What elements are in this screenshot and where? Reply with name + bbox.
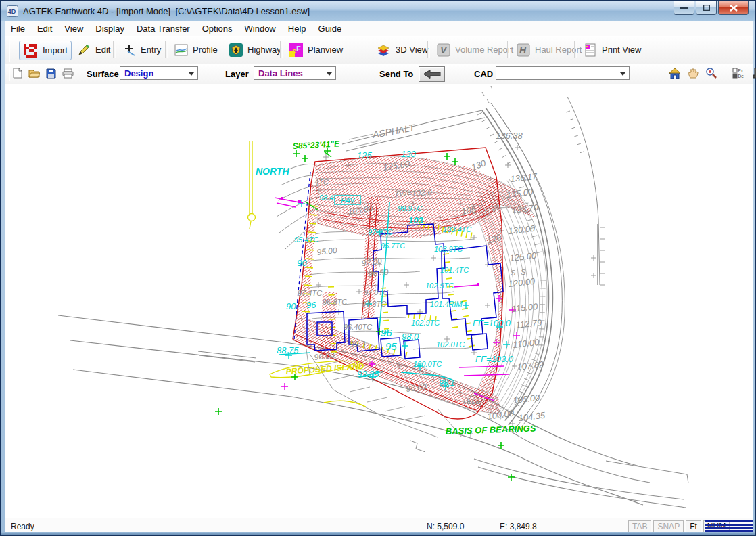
northing-readout: N: 5,509.0 (427, 522, 464, 531)
print-icon (62, 69, 74, 81)
cad-label: 98.1 (439, 378, 454, 388)
cad-label: S (511, 269, 516, 277)
app-window: 4D AGTEK Earthwork 4D - [Import Mode] [C… (0, 0, 756, 536)
print-button[interactable] (62, 68, 74, 81)
import-grid-icon (23, 43, 38, 58)
toolbar-button-entry[interactable]: Entry (119, 41, 164, 59)
open-button[interactable] (28, 68, 40, 81)
window-title: AGTEK Earthwork 4D - [Import Mode] [C:\A… (23, 6, 310, 16)
toolbar-button-label: Import (43, 45, 68, 55)
minimize-button[interactable] (674, 1, 694, 15)
toolbar-button-3d-view[interactable]: 3D View (373, 41, 431, 59)
cad-label: 96 (306, 300, 316, 310)
cad-label: CAD (474, 69, 493, 79)
menu-item-data-transfer[interactable]: Data Transfer (131, 22, 196, 36)
menu-item-view[interactable]: View (58, 22, 89, 36)
toolbar-grip[interactable] (7, 67, 10, 81)
menu-item-edit[interactable]: Edit (31, 22, 58, 36)
home-button[interactable] (669, 68, 681, 82)
layer-combobox[interactable]: Data Lines (254, 66, 336, 80)
layer-label: Layer (225, 69, 249, 79)
status-toggle-snap[interactable]: SNAP (653, 520, 684, 533)
toolbar-separator (367, 41, 369, 58)
pan-button[interactable] (687, 67, 699, 82)
cad-canvas[interactable]: ASPHALTS85°23'41"ENORTH125130136.38125.0… (5, 84, 753, 518)
cad-label: 102.9TC (425, 282, 454, 290)
cad-label: 101.4RIM (430, 300, 463, 308)
toolbar-button-profile[interactable]: Profile (171, 41, 221, 59)
cad-label: 96 (381, 327, 392, 338)
svg-text:De: De (738, 74, 745, 79)
toolbar-separator (113, 41, 116, 58)
toolbar-button-label: Volume Report (455, 45, 513, 55)
close-button[interactable] (718, 1, 749, 15)
toolbar-button-highway[interactable]: Highway (226, 41, 285, 59)
menu-item-help[interactable]: Help (282, 22, 312, 36)
cad-label: 88.75 (277, 345, 299, 355)
menu-item-options[interactable]: Options (196, 22, 239, 36)
menu-item-file[interactable]: File (5, 22, 31, 36)
cad-label: 97.0TC (364, 288, 388, 296)
cad-label: 99.9TC (398, 204, 422, 213)
toolbar-button-label: Highway (247, 45, 281, 55)
toolbar-button-import[interactable]: Import (19, 41, 72, 60)
crosshair-icon (122, 43, 136, 57)
restore-button[interactable] (696, 1, 717, 15)
toolbar-button-print-view[interactable]: Print View (580, 41, 644, 59)
save-button[interactable] (46, 68, 56, 81)
cad-label: 95.4TC (294, 236, 318, 244)
cad-label: 98.4 (319, 194, 333, 202)
resize-grip[interactable] (705, 520, 753, 533)
pencil-icon (77, 43, 91, 57)
main-toolbar: ImportEditEntryProfileHighwaycFPlanview3… (5, 36, 753, 65)
chevron-down-icon (620, 72, 625, 76)
cad-label: 102.9TC (411, 319, 440, 327)
magnifier-icon (705, 70, 717, 81)
cad-label: 99.3 (350, 340, 366, 349)
toolbar-button-label: Print View (602, 45, 641, 55)
svg-text:H: H (519, 45, 527, 55)
toolbar-separator (427, 41, 430, 58)
title-bar[interactable]: 4D AGTEK Earthwork 4D - [Import Mode] [C… (1, 1, 755, 21)
menu-item-window[interactable]: Window (239, 22, 282, 36)
surface-combobox[interactable]: Design (120, 66, 198, 80)
cad-label: NORTH (256, 166, 289, 177)
cad-label: PAV (341, 196, 356, 204)
file-buttons (13, 68, 74, 81)
boot-icon (751, 69, 756, 81)
cad-label: TW=102.0 (394, 187, 432, 199)
toolbar-separator (68, 41, 70, 58)
menu-item-display[interactable]: Display (89, 22, 131, 36)
toolbar-separator (280, 41, 283, 58)
home-icon (669, 70, 681, 81)
toolbar-grip[interactable] (7, 39, 10, 62)
hand-icon (687, 70, 699, 81)
cad-label: FF=100.0 (473, 318, 511, 328)
new-button[interactable] (13, 68, 22, 81)
app-icon: 4D (7, 5, 18, 17)
send-to-label: Send To (379, 69, 413, 79)
menu-item-guide[interactable]: Guide (312, 22, 348, 36)
send-to-button[interactable] (419, 66, 445, 82)
status-message: Ready (11, 522, 34, 531)
toolbar-button-edit[interactable]: Edit (74, 41, 114, 59)
walk-button[interactable] (751, 68, 756, 81)
toolbar-button-planview[interactable]: cFPlanview (286, 41, 346, 59)
status-toggle-tab[interactable]: TAB (628, 520, 651, 533)
layer-value: Data Lines (258, 68, 303, 79)
zoom-button[interactable] (705, 67, 717, 82)
toolbar-separator (507, 41, 510, 58)
status-toggle-ft[interactable]: Ft (686, 520, 701, 533)
print-view-icon (584, 43, 597, 57)
cad-label: 95.7TC (381, 242, 405, 250)
toolbar-button-volume-report[interactable]: VVolume Report (433, 41, 517, 59)
exde-button[interactable]: ExDe (732, 68, 745, 81)
cad-combobox[interactable] (496, 66, 630, 80)
toolbar-button-label: Profile (193, 45, 218, 55)
svg-text:Ex: Ex (738, 68, 744, 73)
open-file-icon (28, 68, 40, 80)
cad-label: 97.4TC (298, 289, 322, 297)
haul-report-icon: H (517, 43, 530, 57)
toolbar-button-label: Planview (308, 45, 343, 55)
toolbar-separator (220, 41, 222, 58)
